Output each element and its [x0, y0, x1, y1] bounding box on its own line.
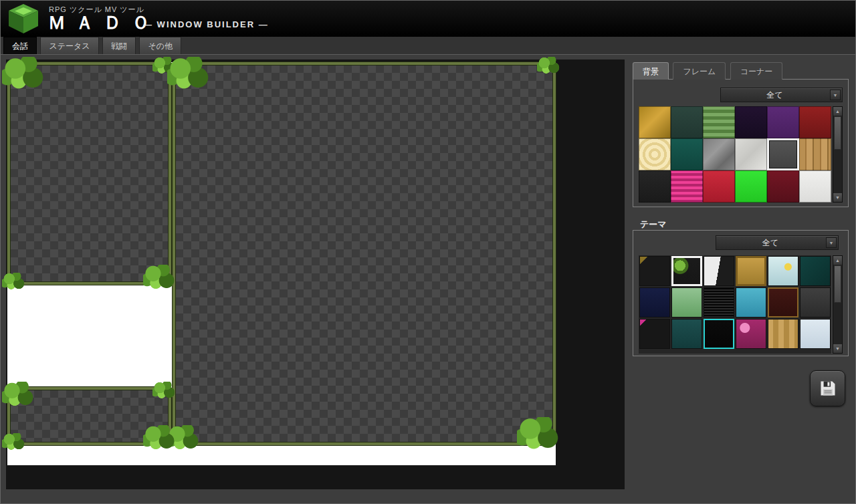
background-swatch[interactable] — [703, 138, 735, 170]
app-tagline: — WINDOW BUILDER — — [143, 19, 269, 29]
background-swatch[interactable] — [767, 170, 799, 203]
theme-swatch[interactable] — [639, 256, 670, 286]
theme-swatch[interactable] — [800, 287, 831, 318]
chevron-down-icon[interactable]: ▼ — [826, 237, 837, 248]
background-panel: 全て ▼ ▲ ▼ — [633, 79, 849, 207]
theme-swatch[interactable] — [736, 319, 766, 349]
background-swatch[interactable] — [639, 170, 671, 203]
theme-swatch[interactable] — [704, 287, 734, 318]
background-swatch[interactable] — [671, 170, 703, 203]
background-swatch[interactable] — [671, 138, 703, 170]
background-swatch[interactable] — [735, 138, 767, 170]
background-swatch[interactable] — [799, 138, 831, 170]
side-tab-strip: 背景 フレーム コーナー — [633, 62, 784, 80]
mado-window-builder-app: RPG ツクール MV ツール ＭＡＤＯ — WINDOW BUILDER — … — [0, 0, 856, 504]
tab-conversation[interactable]: 会話 — [3, 37, 37, 54]
mado-logo-icon — [6, 3, 41, 35]
tab-other[interactable]: その他 — [139, 37, 181, 54]
window-preview-left[interactable] — [7, 62, 171, 285]
theme-filter-value: 全て — [716, 236, 825, 249]
floppy-disk-icon — [819, 379, 837, 398]
theme-swatch-selected[interactable] — [671, 256, 702, 286]
editor-canvas — [6, 59, 625, 489]
theme-swatch[interactable] — [768, 256, 798, 286]
corner-leaf-icon — [2, 273, 26, 290]
background-swatch[interactable] — [735, 170, 767, 203]
theme-swatch[interactable] — [736, 256, 766, 286]
theme-swatch[interactable] — [800, 319, 831, 349]
background-swatch[interactable] — [639, 106, 671, 138]
corner-leaf-icon — [517, 417, 561, 451]
scroll-thumb[interactable] — [834, 116, 841, 150]
theme-scrollbar[interactable]: ▲ ▼ — [833, 255, 843, 354]
corner-leaf-icon — [143, 265, 177, 290]
scroll-down-button[interactable]: ▼ — [833, 193, 842, 202]
theme-swatch[interactable] — [800, 256, 831, 286]
corner-leaf-icon — [143, 425, 177, 451]
preview-board — [7, 62, 556, 465]
corner-leaf-icon — [2, 433, 26, 451]
theme-swatch[interactable] — [768, 287, 798, 318]
background-swatch[interactable] — [767, 106, 799, 138]
background-filter-value: 全て — [721, 88, 829, 102]
scroll-thumb[interactable] — [834, 265, 841, 303]
scroll-up-button[interactable]: ▲ — [833, 107, 842, 116]
theme-swatch[interactable] — [671, 319, 702, 349]
theme-swatch[interactable] — [704, 256, 734, 286]
scroll-up-button[interactable]: ▲ — [833, 256, 842, 265]
background-filter-select[interactable]: 全て ▼ — [720, 88, 843, 102]
background-swatch[interactable] — [639, 138, 671, 170]
tab-corner[interactable]: コーナー — [730, 62, 783, 80]
tab-background[interactable]: 背景 — [633, 62, 669, 80]
scroll-down-button[interactable]: ▼ — [833, 344, 842, 353]
window-preview-main[interactable] — [173, 62, 556, 445]
theme-section-label: テーマ — [640, 219, 667, 231]
theme-filter-select[interactable]: 全て ▼ — [716, 235, 839, 250]
chevron-down-icon[interactable]: ▼ — [830, 90, 841, 100]
background-swatch-grid — [639, 106, 831, 203]
background-swatch[interactable] — [703, 106, 735, 138]
background-swatch[interactable] — [735, 106, 767, 138]
corner-leaf-icon — [167, 57, 211, 90]
background-swatch-selected[interactable] — [767, 138, 799, 170]
theme-swatch[interactable] — [639, 319, 670, 349]
window-preview-bottom[interactable] — [7, 387, 171, 445]
corner-leaf-icon — [2, 57, 46, 90]
theme-swatch[interactable] — [671, 287, 702, 318]
header-bar: RPG ツクール MV ツール ＭＡＤＯ — WINDOW BUILDER — — [1, 1, 856, 37]
theme-grid — [639, 255, 831, 354]
theme-swatch[interactable] — [639, 287, 670, 318]
background-scrollbar[interactable]: ▲ ▼ — [833, 106, 843, 203]
main-tab-strip: 会話 ステータス 戦闘 その他 — [1, 37, 856, 55]
save-button[interactable] — [810, 370, 845, 406]
tab-battle[interactable]: 戦闘 — [102, 37, 136, 54]
theme-swatch[interactable] — [736, 287, 766, 318]
theme-panel: 全て ▼ ▲ ▼ — [633, 230, 849, 356]
theme-swatch[interactable] — [768, 319, 798, 349]
tab-frame[interactable]: フレーム — [673, 62, 726, 80]
tab-status[interactable]: ステータス — [40, 37, 98, 54]
background-swatch[interactable] — [799, 106, 831, 138]
corner-leaf-icon — [2, 382, 35, 407]
corner-leaf-icon — [537, 57, 561, 74]
background-swatch[interactable] — [703, 170, 735, 203]
background-swatch[interactable] — [671, 106, 703, 138]
background-swatch[interactable] — [799, 170, 831, 203]
theme-swatch[interactable] — [704, 319, 734, 349]
corner-leaf-icon — [167, 425, 201, 451]
